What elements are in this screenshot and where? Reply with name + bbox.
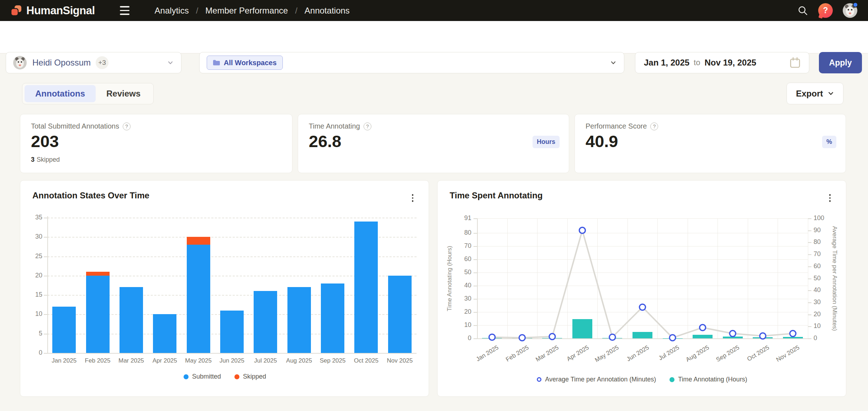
breadcrumb-item-annotations[interactable]: Annotations (305, 6, 350, 16)
y-axis-tick-left (473, 272, 477, 273)
y-axis-tick-left (473, 325, 477, 326)
x-axis-label: Oct 2025 (349, 357, 383, 364)
x-axis-label: Jan 2025 (47, 357, 81, 364)
bar-submitted (120, 287, 143, 353)
time-spent-plot: 9180706050403020100100908070605040302010… (438, 181, 847, 397)
y-axis-tick (44, 276, 47, 276)
y-axis-tick-left (473, 218, 477, 219)
x-axis-line (47, 353, 417, 354)
stat-card-time-annotating: Time Annotating?26.8Hours (298, 114, 569, 173)
gridline-v (718, 218, 718, 338)
search-icon[interactable] (798, 5, 808, 16)
line-point-marker (790, 331, 796, 337)
line-point-marker (730, 331, 736, 337)
gridline-h (477, 233, 808, 233)
apply-button[interactable]: Apply (819, 52, 862, 73)
y-axis-label-right: 90 (814, 227, 833, 234)
legend-dot-icon (234, 374, 239, 379)
gridline-h (477, 325, 808, 326)
stat-label-row: Performance Score? (586, 122, 658, 130)
legend-item-average-time[interactable]: Average Time per Annotation (Minutes) (537, 376, 656, 383)
tab-reviews[interactable]: Reviews (96, 85, 151, 102)
y-axis-label-left: 40 (453, 282, 471, 289)
member-select[interactable]: Heidi Opossum +3 (6, 52, 181, 73)
filter-bar: Heidi Opossum +3 All Workspaces Jan 1, 2… (0, 21, 868, 53)
export-button[interactable]: Export (787, 83, 843, 104)
x-axis-label: Jun 2025 (215, 357, 249, 364)
member-avatar (13, 56, 27, 69)
breadcrumb: Analytics/Member Performance/Annotations (155, 6, 350, 16)
top-navbar: HumanSignal Analytics/Member Performance… (0, 0, 868, 21)
calendar-icon (790, 57, 800, 68)
x-axis-label: Apr 2025 (148, 357, 181, 364)
legend-item-skipped[interactable]: Skipped (234, 373, 266, 380)
line-point-marker (579, 227, 585, 233)
breadcrumb-item-analytics[interactable]: Analytics (155, 6, 189, 16)
y-axis-label-right: 80 (814, 238, 833, 246)
legend-ring-icon (537, 377, 541, 382)
y-axis-label-left: 50 (453, 269, 471, 276)
workspace-chip[interactable]: All Workspaces (207, 56, 283, 70)
hamburger-menu-icon[interactable] (120, 4, 134, 18)
y-axis-label: 25 (25, 253, 42, 260)
stat-label-row: Time Annotating? (309, 122, 371, 130)
y-axis-tick (44, 314, 47, 315)
y-axis-tick-left (473, 338, 477, 339)
gridline-v (628, 218, 628, 338)
stat-label: Time Annotating (309, 122, 360, 130)
y-axis-label-right: 40 (814, 286, 833, 294)
bar-time-annotating (572, 319, 592, 338)
chevron-down-icon (167, 59, 174, 66)
bar-submitted (220, 311, 244, 353)
y-axis-label: 15 (25, 291, 42, 298)
stat-label-row: Total Submitted Annotations? (31, 122, 131, 130)
y-axis-label-left: 60 (453, 255, 471, 263)
y-axis-tick-left (473, 259, 477, 260)
y-axis-label-left: 70 (453, 242, 471, 250)
date-range-picker[interactable]: Jan 1, 2025 to Nov 19, 2025 (635, 52, 809, 73)
bar-submitted (321, 283, 344, 353)
workspaces-select[interactable]: All Workspaces (199, 52, 624, 73)
legend-item-submitted[interactable]: Submitted (184, 373, 221, 380)
brand-logo[interactable]: HumanSignal (11, 4, 95, 17)
legend-item-time-annotating[interactable]: Time Annotating (Hours) (669, 376, 747, 383)
bar-time-annotating (482, 338, 502, 338)
bar-time-annotating (783, 337, 803, 338)
legend-label: Time Annotating (Hours) (678, 376, 747, 383)
chart-legend: Average Time per Annotation (Minutes)Tim… (438, 376, 847, 383)
gridline-h (477, 246, 808, 246)
folder-icon (213, 59, 220, 66)
x-axis-label: Aug 2025 (282, 357, 316, 364)
chart-legend: SubmittedSkipped (20, 373, 429, 380)
humansignal-logo-icon (11, 5, 22, 16)
question-circle-icon[interactable]: ? (123, 123, 131, 130)
bar-time-annotating (542, 338, 562, 338)
question-circle-icon[interactable]: ? (650, 123, 658, 130)
unit-badge: % (822, 136, 836, 148)
gridline-h (477, 312, 808, 312)
breadcrumb-separator: / (196, 6, 199, 16)
y-axis-tick-right (808, 302, 811, 303)
user-avatar[interactable] (843, 3, 857, 18)
unit-badge: Hours (533, 136, 560, 148)
help-icon[interactable]: ? (818, 3, 833, 18)
y-axis-label-left: 0 (453, 334, 471, 342)
x-axis-label: Feb 2025 (81, 357, 114, 364)
legend-label: Skipped (243, 373, 266, 380)
y-axis-tick-left (473, 299, 477, 300)
workspace-chip-label: All Workspaces (224, 59, 277, 67)
breadcrumb-item-member-performance[interactable]: Member Performance (205, 6, 288, 16)
y-axis-tick-right (808, 290, 811, 291)
y-axis-tick (44, 218, 47, 218)
bar-skipped (187, 237, 210, 245)
legend-dot-icon (184, 374, 189, 379)
y-axis-label-right: 0 (814, 334, 833, 342)
bar-submitted (388, 276, 412, 353)
question-circle-icon[interactable]: ? (364, 123, 371, 130)
bar-skipped (86, 272, 110, 276)
y-axis-tick (44, 353, 47, 354)
bar-submitted (287, 287, 311, 353)
nav-right: ? (798, 3, 857, 18)
tab-annotations[interactable]: Annotations (25, 85, 96, 102)
gridline-h (47, 218, 417, 218)
